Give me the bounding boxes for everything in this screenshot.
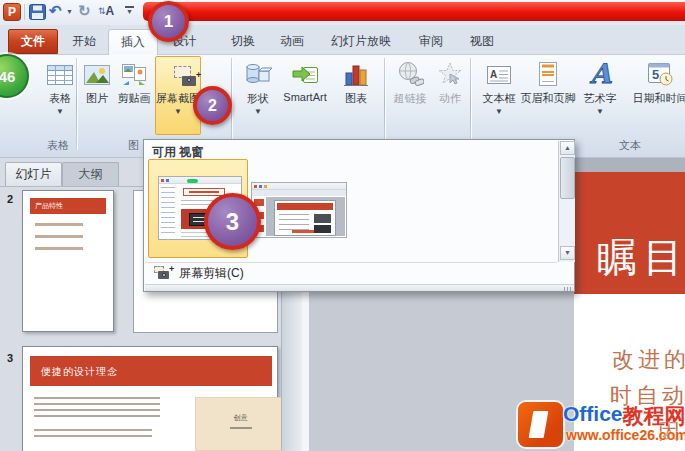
slide-title-text: 瞩目 [597, 230, 685, 285]
chevron-down-icon: ▼ [56, 109, 64, 115]
shapes-icon [244, 57, 272, 87]
svg-text:A: A [589, 59, 612, 87]
wordart-button[interactable]: A 艺术字 ▼ [578, 57, 622, 137]
table-icon [46, 57, 74, 87]
office-tutorial-logo-text: Office 教程网 [563, 402, 685, 430]
shapes-button[interactable]: 形状 ▼ [236, 57, 280, 137]
group-label-images-partial: 图 [128, 138, 139, 153]
dropdown-bottom-bar [145, 284, 574, 291]
updown-arrow-icon: ⇅ [98, 6, 106, 16]
hyperlink-icon [396, 57, 424, 87]
textbox-button[interactable]: A 文本框 ▼ [476, 57, 522, 137]
group-separator [384, 58, 385, 150]
office-tutorial-logo-icon [518, 402, 563, 447]
scroll-up-icon[interactable]: ▲ [560, 141, 575, 155]
dropdown-scrollbar[interactable]: ▲ ▼ [558, 141, 575, 262]
tab-home[interactable]: 开始 [60, 29, 108, 54]
scrollbar-thumb[interactable] [560, 157, 575, 199]
callout-step-2: 2 [193, 86, 232, 125]
letter-a-glyph: A [106, 4, 115, 18]
smartart-button[interactable]: SmartArt [278, 57, 332, 137]
redo-icon[interactable]: ↻ [78, 2, 91, 20]
qat-separator [24, 4, 25, 20]
placeholder-caption: 创意 [196, 413, 285, 423]
slide-body-line: 改进的 [612, 345, 685, 375]
chevron-down-icon: ▼ [495, 109, 503, 115]
textbox-icon: A [485, 57, 513, 87]
callout-step-1: 1 [148, 1, 189, 42]
tab-outline[interactable]: 大纲 [62, 162, 119, 186]
screen-clipping-label: 屏幕剪辑(C) [179, 265, 244, 282]
action-star-icon [437, 57, 463, 87]
svg-text:A: A [490, 69, 497, 80]
chevron-down-icon: ▼ [254, 109, 262, 115]
chart-button[interactable]: 图表 [334, 57, 378, 137]
slide-3-placeholder: 创意 [195, 397, 286, 451]
wordart-icon: A [587, 57, 613, 87]
slide-3-title: 便捷的设计理念 [30, 356, 272, 386]
powerpoint-app-icon[interactable]: P [3, 3, 21, 21]
slide-2-title: 产品特性 [30, 198, 106, 214]
screen-clipping-icon: + [154, 266, 174, 281]
phonetic-icon[interactable]: ⇅ A [98, 4, 114, 18]
screen-clipping-item[interactable]: + 屏幕剪辑(C) [145, 263, 574, 284]
chart-icon [343, 57, 369, 87]
group-label-text: 文本 [604, 138, 656, 153]
callout-step-3: 3 [204, 193, 261, 250]
slide-3-number: 3 [7, 352, 13, 364]
chevron-down-icon: ▼ [174, 109, 182, 115]
brand-suffix: 教程网 [623, 402, 685, 430]
tab-review[interactable]: 审阅 [406, 29, 456, 54]
group-label-table: 表格 [30, 138, 86, 153]
smartart-icon [291, 57, 319, 87]
datetime-icon: 5, [646, 57, 674, 87]
available-window-2[interactable] [251, 182, 347, 238]
slide-2-number: 2 [7, 193, 13, 205]
tab-slideshow[interactable]: 幻灯片放映 [322, 29, 400, 54]
picture-icon [83, 57, 111, 87]
resize-grip-icon[interactable] [564, 287, 572, 291]
save-icon[interactable] [29, 4, 46, 20]
tab-view[interactable]: 视图 [458, 29, 506, 54]
clipart-icon [120, 57, 148, 87]
clipart-button[interactable]: 剪贴画 [110, 57, 158, 137]
screenshot-icon: + [165, 57, 191, 87]
undo-dropdown-icon[interactable]: ▼ [66, 8, 73, 15]
header-footer-icon [535, 57, 561, 87]
tab-animations[interactable]: 动画 [268, 29, 316, 54]
scroll-down-icon[interactable]: ▼ [560, 246, 575, 260]
datetime-button[interactable]: 5, 日期和时间 [628, 57, 685, 137]
customize-quick-access-icon[interactable]: ▼ [124, 6, 135, 15]
slide-2-text-lines [35, 223, 83, 257]
tab-file[interactable]: 文件 [8, 29, 58, 54]
brand-url: www.office26.com [566, 427, 685, 443]
powerpoint-window: P ↶ ▼ ↻ ⇅ A ▼ 文件 开始 插入 设计 切换 动画 幻灯片放映 审阅… [0, 0, 685, 451]
slide-3-paragraph-lines [34, 429, 152, 441]
brand-office: Office [563, 402, 623, 430]
action-button[interactable]: 动作 [432, 57, 468, 137]
chevron-down-icon: ▼ [596, 109, 604, 115]
slide-2-thumbnail[interactable]: 产品特性 [22, 190, 114, 332]
hyperlink-button[interactable]: 超链接 [388, 57, 432, 137]
screenshot-button[interactable]: + 屏幕截图 ▼ [156, 57, 200, 137]
undo-icon[interactable]: ↶ [49, 2, 62, 20]
tab-slides-thumbnails[interactable]: 幻灯片 [5, 162, 62, 186]
group-separator [470, 58, 471, 150]
slide-3-paragraph-lines [34, 397, 160, 421]
header-footer-button[interactable]: 页眉和页脚 [522, 57, 574, 137]
slide-3-thumbnail[interactable]: 便捷的设计理念 创意 [22, 346, 278, 451]
tab-transitions[interactable]: 切换 [218, 29, 268, 54]
red-highlight-annotation [143, 2, 685, 21]
